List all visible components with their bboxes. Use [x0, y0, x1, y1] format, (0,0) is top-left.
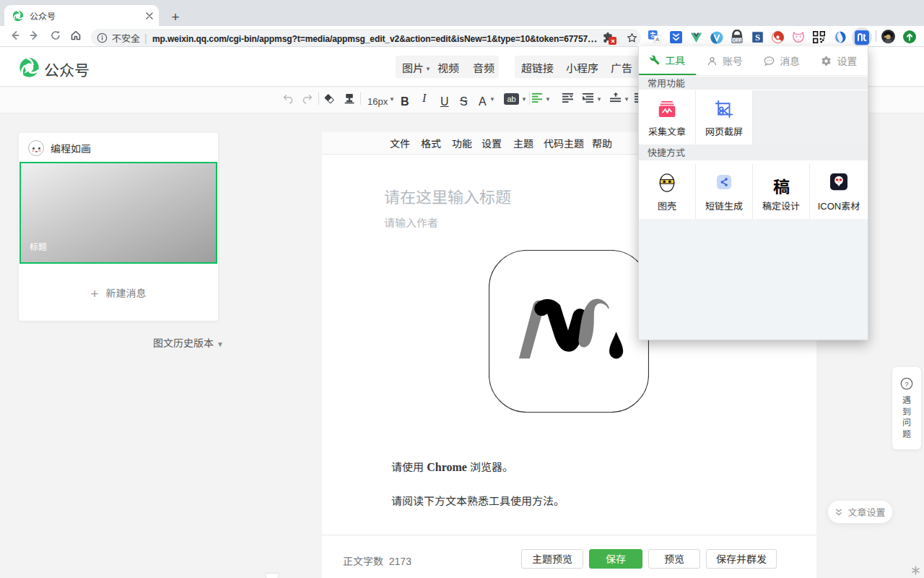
svg-text:S: S [755, 33, 760, 43]
svg-text:?: ? [905, 380, 909, 388]
svg-text:A: A [655, 36, 660, 43]
svg-text:OFF: OFF [732, 38, 742, 43]
